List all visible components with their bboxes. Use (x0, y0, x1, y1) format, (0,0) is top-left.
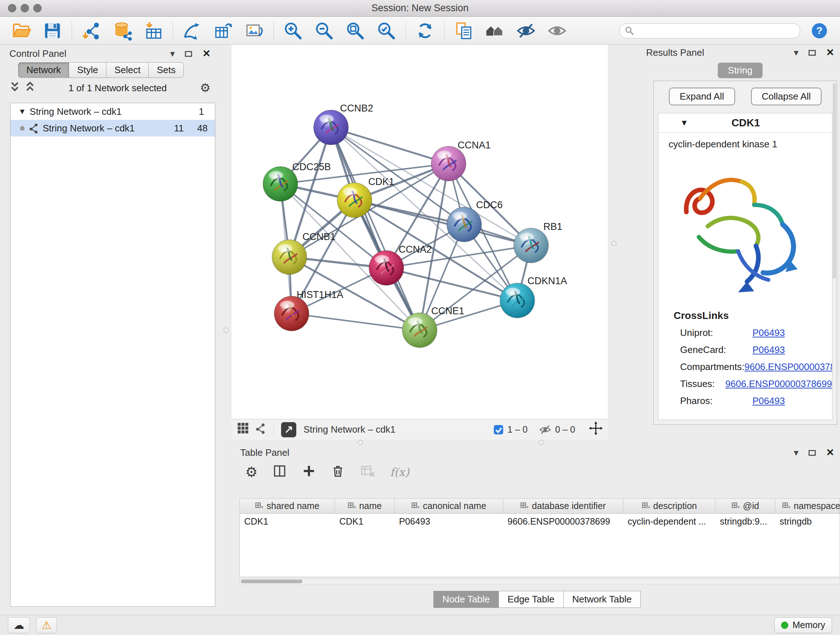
table-panel-float-button[interactable] (808, 447, 816, 458)
network-edge[interactable] (355, 200, 531, 245)
table-cell[interactable]: CDK1 (240, 516, 335, 527)
expand-all-networks-button[interactable] (25, 81, 35, 96)
column-header-name[interactable]: name (335, 499, 395, 513)
tab-string[interactable]: String (718, 63, 763, 78)
network-node-CDC25B[interactable]: CDC25B (263, 162, 331, 201)
help-button[interactable]: ? (808, 19, 831, 42)
results-scrollbar[interactable] (833, 83, 836, 279)
results-panel-close-button[interactable]: ✕ (826, 47, 834, 58)
first-neighbors-button[interactable] (181, 19, 203, 42)
tab-network[interactable]: Network (18, 62, 69, 78)
results-panel-float-button[interactable] (808, 47, 816, 58)
zoom-fit-button[interactable] (344, 19, 366, 42)
add-column-button[interactable] (302, 464, 316, 481)
splitter-handle[interactable] (611, 241, 616, 246)
eye-slash-small-icon[interactable] (539, 424, 551, 436)
splitter-handle[interactable] (224, 328, 229, 333)
delete-column-button[interactable] (331, 464, 345, 481)
cloud-status-button[interactable]: ☁ (8, 617, 30, 633)
column-header-shared-name[interactable]: shared name (240, 499, 335, 513)
table-horizontal-scrollbar[interactable] (240, 578, 840, 584)
table-cell[interactable]: cyclin-dependent ... (623, 516, 715, 527)
window-minimize-button[interactable] (21, 4, 29, 12)
pan-mode-button[interactable] (589, 421, 603, 438)
birds-eye-view-button[interactable] (237, 422, 249, 437)
scrollbar-thumb[interactable] (241, 580, 302, 583)
tab-style[interactable]: Style (69, 62, 106, 78)
table-cell[interactable]: stringdb (775, 516, 840, 527)
refresh-button[interactable] (414, 19, 436, 42)
network-row[interactable]: String Network – cdk1 11 48 (11, 120, 215, 136)
collapse-all-networks-button[interactable] (9, 81, 20, 96)
crosslink-value-link[interactable]: P06493 (752, 395, 785, 407)
checkbox-checked-icon[interactable] (493, 424, 504, 435)
table-cell[interactable]: stringdb:9... (715, 516, 775, 527)
crosslink-value-link[interactable]: P06493 (752, 327, 785, 339)
tab-network-table[interactable]: Network Table (563, 591, 641, 608)
table-cell[interactable]: CDK1 (335, 516, 395, 527)
network-node-HIST1H1A[interactable]: HIST1H1A (274, 289, 343, 331)
splitter-handle[interactable] (358, 440, 363, 445)
protein-card-header[interactable]: ▼ CDK1 (658, 113, 832, 133)
import-network-file-button[interactable] (80, 19, 103, 42)
network-edge[interactable] (331, 127, 420, 330)
clear-table-button[interactable] (360, 463, 376, 481)
column-header-canonical-name[interactable]: canonical name (395, 499, 503, 513)
collapse-all-button[interactable]: Collapse All (751, 88, 822, 105)
crosslink-value-link[interactable]: 9606.ENSP00000378699 (725, 378, 832, 390)
home-button[interactable] (484, 19, 506, 42)
control-panel-float-button[interactable] (185, 48, 192, 59)
network-graph-svg[interactable]: CCNB2CCNA1CDC25BCDK1CDC6RB1CCNB1CCNA2CDK… (232, 44, 608, 419)
results-panel-menu-button[interactable]: ▾ (794, 47, 798, 58)
table-cell[interactable]: P06493 (395, 516, 503, 527)
open-session-button[interactable] (10, 19, 33, 42)
splitter-handle[interactable] (538, 440, 544, 445)
search-input[interactable] (638, 25, 795, 36)
zoom-out-button[interactable] (313, 19, 335, 42)
function-builder-button[interactable]: f(x) (390, 466, 409, 478)
network-node-CCNA1[interactable]: CCNA1 (431, 140, 491, 181)
control-panel-menu-button[interactable]: ▾ (170, 48, 175, 59)
network-node-RB1[interactable]: RB1 (514, 221, 562, 263)
column-header-description[interactable]: description (623, 499, 715, 513)
network-canvas[interactable]: CCNB2CCNA1CDC25BCDK1CDC6RB1CCNB1CCNA2CDK… (232, 44, 608, 419)
zoom-in-button[interactable] (282, 19, 304, 42)
window-maximize-button[interactable] (33, 4, 42, 12)
memory-button[interactable]: Memory (774, 617, 832, 633)
export-image-button[interactable] (243, 19, 265, 42)
save-session-button[interactable] (41, 19, 64, 42)
zoom-selected-button[interactable] (375, 19, 398, 42)
network-edge[interactable] (292, 314, 420, 330)
tab-sets[interactable]: Sets (148, 62, 184, 78)
crosslink-value-link[interactable]: 9606.ENSP00000378699 (745, 361, 832, 372)
warnings-button[interactable]: ⚠ (36, 617, 57, 633)
table-panel-close-button[interactable]: ✕ (826, 447, 834, 458)
table-data-row[interactable]: CDK1CDK1P064939606.ENSP00000378699cyclin… (240, 514, 840, 529)
show-all-button[interactable] (546, 19, 568, 42)
import-network-database-button[interactable] (111, 19, 134, 42)
table-panel-menu-button[interactable]: ▾ (794, 447, 798, 458)
network-type-button[interactable] (255, 423, 266, 437)
hide-selected-button[interactable] (515, 19, 537, 42)
table-cell[interactable]: 9606.ENSP00000378699 (503, 516, 623, 527)
network-node-CDK1[interactable]: CDK1 (337, 176, 394, 218)
crosslink-value-link[interactable]: P06493 (752, 344, 785, 356)
tab-node-table[interactable]: Node Table (433, 591, 499, 608)
window-close-button[interactable] (8, 4, 16, 12)
tab-edge-table[interactable]: Edge Table (499, 591, 564, 608)
expand-all-button[interactable]: Expand All (669, 88, 735, 105)
table-options-button[interactable]: ⚙ (245, 465, 257, 479)
network-node-CDKN1A[interactable]: CDKN1A (500, 276, 567, 318)
search-field[interactable] (619, 23, 800, 38)
duplicate-document-button[interactable] (453, 19, 475, 42)
open-external-button[interactable] (281, 422, 296, 437)
column-header-namespace[interactable]: namespace (775, 499, 840, 513)
column-header-database-identifier[interactable]: database identifier (503, 499, 623, 513)
network-options-button[interactable]: ⚙ (200, 82, 210, 95)
network-edge[interactable] (331, 127, 448, 164)
network-from-table-button[interactable] (212, 19, 234, 42)
import-table-button[interactable] (142, 19, 164, 42)
control-panel-close-button[interactable]: ✕ (202, 48, 210, 59)
column-header--id[interactable]: @id (715, 499, 775, 513)
network-collection-row[interactable]: ▼ String Network – cdk1 1 (11, 103, 215, 120)
